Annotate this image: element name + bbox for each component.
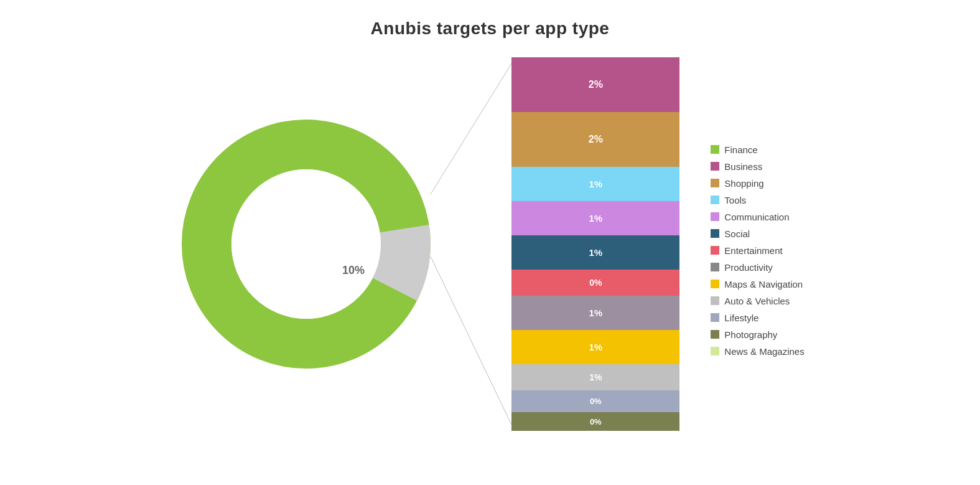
legend-label-communication: Communication bbox=[724, 212, 789, 222]
legend-color-news bbox=[711, 347, 719, 356]
svg-line-4 bbox=[431, 257, 511, 425]
legend-label-social: Social bbox=[724, 228, 750, 239]
donut-svg bbox=[175, 113, 437, 375]
bar-section: 2% 2% 1% 1% 1% 0% 1% 1% 1% 0% 0% bbox=[424, 57, 679, 431]
legend-item-auto: Auto & Vehicles bbox=[711, 296, 804, 306]
connector-lines-svg bbox=[424, 57, 511, 431]
legend-label-news: News & Magazines bbox=[724, 346, 804, 357]
bar-photography: 0% bbox=[511, 412, 679, 431]
chart-container: Anubis targets per app type 90% 10% bbox=[0, 0, 980, 485]
legend-item-news: News & Magazines bbox=[711, 346, 804, 357]
donut-label-90: 90% bbox=[253, 236, 281, 252]
legend-label-entertainment: Entertainment bbox=[724, 245, 782, 256]
legend-label-business: Business bbox=[724, 161, 762, 172]
legend-color-shopping bbox=[711, 179, 719, 187]
legend-item-tools: Tools bbox=[711, 195, 804, 205]
bar-tools: 1% bbox=[511, 167, 679, 201]
legend-item-social: Social bbox=[711, 228, 804, 239]
chart-body: 90% 10% 2% 2% 1% 1% 1% 0% 1% 1% 1% bbox=[0, 57, 980, 431]
donut-chart: 90% 10% bbox=[175, 113, 437, 375]
legend-label-auto: Auto & Vehicles bbox=[724, 296, 790, 306]
bar-maps: 1% bbox=[511, 330, 679, 364]
bar-lifestyle: 0% bbox=[511, 390, 679, 412]
legend-item-entertainment: Entertainment bbox=[711, 245, 804, 256]
legend-color-auto bbox=[711, 296, 719, 305]
legend-color-maps bbox=[711, 280, 719, 288]
legend-label-photography: Photography bbox=[724, 329, 777, 340]
legend-color-finance bbox=[711, 145, 719, 154]
donut-label-10: 10% bbox=[342, 264, 365, 277]
legend-color-communication bbox=[711, 212, 719, 221]
legend-label-maps: Maps & Navigation bbox=[724, 279, 803, 290]
legend-item-shopping: Shopping bbox=[711, 178, 804, 189]
legend-label-productivity: Productivity bbox=[724, 262, 773, 273]
legend-item-maps: Maps & Navigation bbox=[711, 279, 804, 290]
legend-label-tools: Tools bbox=[724, 195, 746, 205]
chart-title: Anubis targets per app type bbox=[371, 19, 610, 39]
legend-color-entertainment bbox=[711, 246, 719, 255]
bar-auto: 1% bbox=[511, 364, 679, 390]
legend-item-finance: Finance bbox=[711, 144, 804, 155]
legend: Finance Business Shopping Tools Communic… bbox=[711, 132, 804, 357]
bar-social: 1% bbox=[511, 235, 679, 270]
bar-entertainment: 0% bbox=[511, 270, 679, 296]
bar-communication: 1% bbox=[511, 201, 679, 235]
legend-item-lifestyle: Lifestyle bbox=[711, 313, 804, 323]
legend-color-business bbox=[711, 162, 719, 171]
bar-productivity: 1% bbox=[511, 296, 679, 330]
stacked-bars: 2% 2% 1% 1% 1% 0% 1% 1% 1% 0% 0% bbox=[511, 57, 679, 431]
svg-line-3 bbox=[431, 64, 511, 194]
legend-label-lifestyle: Lifestyle bbox=[724, 313, 758, 323]
legend-color-productivity bbox=[711, 263, 719, 271]
legend-label-finance: Finance bbox=[724, 144, 757, 155]
legend-color-photography bbox=[711, 330, 719, 339]
legend-item-photography: Photography bbox=[711, 329, 804, 340]
bar-business: 2% bbox=[511, 57, 679, 112]
bar-shopping: 2% bbox=[511, 112, 679, 167]
legend-label-shopping: Shopping bbox=[724, 178, 763, 189]
legend-color-lifestyle bbox=[711, 313, 719, 322]
legend-color-social bbox=[711, 229, 719, 238]
legend-item-communication: Communication bbox=[711, 212, 804, 222]
legend-color-tools bbox=[711, 195, 719, 204]
legend-item-business: Business bbox=[711, 161, 804, 172]
legend-item-productivity: Productivity bbox=[711, 262, 804, 273]
